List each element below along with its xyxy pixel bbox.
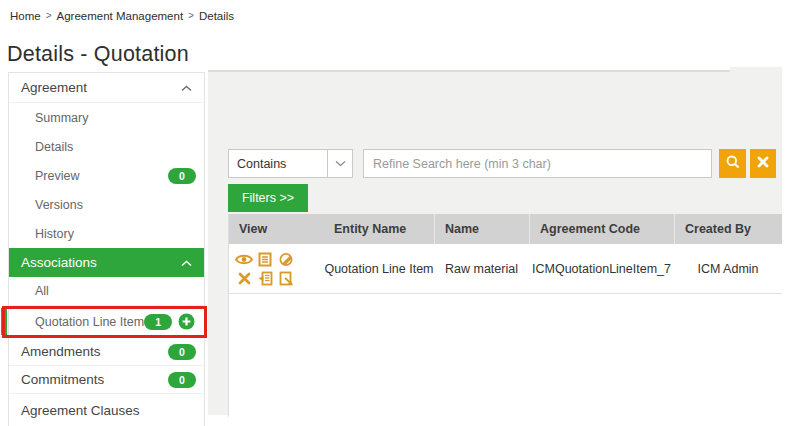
sidebar-item-details[interactable]: Details: [9, 132, 204, 161]
sidebar-item-summary-label: Summary: [35, 111, 88, 125]
breadcrumb-details: Details: [199, 10, 234, 22]
delete-x-icon[interactable]: [238, 272, 251, 285]
associate-list-icon[interactable]: [258, 271, 273, 286]
table-header-row: View Entity Name Name Agreement Code Cre…: [229, 214, 782, 244]
view-eye-icon[interactable]: [235, 253, 253, 266]
search-operator-select[interactable]: Contains: [228, 149, 353, 178]
column-header-agreement-code: Agreement Code: [529, 214, 674, 244]
amendments-count-badge: 0: [168, 344, 196, 360]
sidebar-item-quotation-line-item[interactable]: Quotation Line Item 1: [9, 306, 204, 338]
sidebar: Agreement Summary Details Preview 0 Vers…: [8, 72, 205, 426]
column-header-created-by: Created By: [674, 214, 782, 244]
table-body: Quotation Line Item Raw material ICMQuot…: [229, 244, 782, 417]
sidebar-item-history-label: History: [35, 227, 74, 241]
search-button[interactable]: [719, 149, 746, 178]
sidebar-section-amendments[interactable]: Amendments 0: [9, 338, 204, 366]
sidebar-item-all-label: All: [35, 284, 49, 298]
sidebar-item-preview-label: Preview: [35, 169, 79, 183]
sidebar-section-commitments[interactable]: Commitments 0: [9, 366, 204, 394]
main-panel: Contains Filters >> View Entity Name Nam…: [208, 70, 782, 415]
sidebar-section-agreement-label: Agreement: [21, 80, 87, 95]
breadcrumb: Home>Agreement Management>Details: [10, 9, 234, 22]
breadcrumb-separator: >: [188, 10, 194, 21]
breadcrumb-home[interactable]: Home: [10, 10, 41, 22]
summary-list-icon[interactable]: [258, 252, 272, 267]
chevron-up-icon: [181, 80, 192, 95]
sidebar-item-preview[interactable]: Preview 0: [9, 161, 204, 190]
filters-button[interactable]: Filters >>: [228, 184, 308, 212]
column-header-entity-name: Entity Name: [324, 214, 434, 244]
table-row: Quotation Line Item Raw material ICMQuot…: [229, 244, 782, 294]
cell-name: Raw material: [434, 244, 529, 293]
sidebar-section-agreement-clauses[interactable]: Agreement Clauses: [9, 394, 204, 426]
sidebar-item-summary[interactable]: Summary: [9, 103, 204, 132]
preview-count-badge: 0: [168, 168, 196, 184]
chevron-up-icon: [181, 255, 192, 270]
breadcrumb-separator: >: [46, 10, 52, 21]
document-edit-icon[interactable]: [279, 271, 294, 286]
search-operator-value: Contains: [229, 150, 327, 177]
chevron-down-icon: [327, 150, 352, 177]
plus-circle-icon[interactable]: [178, 313, 195, 330]
row-actions-cell: [229, 244, 324, 293]
page-title: Details - Quotation: [7, 42, 189, 67]
breadcrumb-agreement-management[interactable]: Agreement Management: [57, 10, 184, 22]
sidebar-section-agreement-clauses-label: Agreement Clauses: [21, 403, 140, 418]
column-header-name: Name: [434, 214, 529, 244]
commitments-count-badge: 0: [168, 372, 196, 388]
sidebar-item-versions-label: Versions: [35, 198, 83, 212]
sidebar-item-details-label: Details: [35, 140, 73, 154]
search-bar: Contains: [228, 149, 776, 178]
results-table: View Entity Name Name Agreement Code Cre…: [228, 214, 782, 417]
cell-created-by: ICM Admin: [674, 244, 782, 293]
selected-item-indicator: [1, 308, 7, 335]
sidebar-item-history[interactable]: History: [9, 219, 204, 248]
sidebar-section-associations-label: Associations: [21, 255, 97, 270]
sidebar-section-agreement[interactable]: Agreement: [9, 73, 204, 103]
sidebar-item-versions[interactable]: Versions: [9, 190, 204, 219]
panel-top-tab: [730, 67, 782, 73]
quotation-line-item-count-badge: 1: [144, 314, 172, 330]
sidebar-item-all[interactable]: All: [9, 277, 204, 306]
x-icon: [757, 156, 769, 171]
sidebar-section-amendments-label: Amendments: [21, 344, 101, 359]
sidebar-section-associations[interactable]: Associations: [9, 248, 204, 277]
cell-entity-name: Quotation Line Item: [324, 244, 434, 293]
sidebar-item-quotation-line-item-label: Quotation Line Item: [35, 315, 144, 329]
search-input[interactable]: [363, 149, 712, 178]
magnifier-icon: [725, 154, 741, 173]
clear-search-button[interactable]: [750, 149, 776, 178]
edit-circle-icon[interactable]: [279, 252, 294, 267]
cell-agreement-code: ICMQuotationLineItem_7: [529, 244, 674, 293]
column-header-view: View: [229, 214, 324, 244]
sidebar-section-commitments-label: Commitments: [21, 372, 104, 387]
